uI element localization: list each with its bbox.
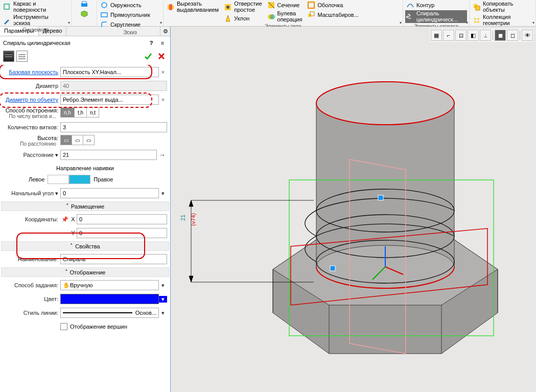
ribbon-geometry-collection[interactable]: Коллекция геометрии — [472, 14, 514, 27]
confirm-button[interactable] — [143, 51, 154, 62]
print-icon[interactable] — [80, 1, 88, 9]
ribbon-hole[interactable]: Отверстие простое — [223, 1, 263, 13]
circle-icon — [100, 1, 108, 9]
distance-direction[interactable]: → — [157, 151, 167, 159]
mode-wire[interactable] — [16, 51, 28, 62]
section-properties[interactable]: ˄Свойства — [1, 241, 169, 251]
help-icon: ? — [150, 40, 153, 46]
coord-x-input[interactable]: 0 — [77, 214, 167, 224]
method-nt[interactable]: n,t — [86, 108, 99, 117]
mode-solid[interactable] — [3, 51, 14, 62]
linestyle-select[interactable]: Основ... — [60, 308, 159, 318]
ribbon-draft[interactable]: Уклон — [223, 14, 263, 23]
ribbon-group-expand[interactable]: ▾ — [532, 20, 534, 25]
svg-rect-4 — [101, 13, 107, 17]
chevron-down-icon[interactable]: ▾ — [55, 152, 58, 158]
row-height: Высота: По расстоянию ▭ ▭ ▭ — [3, 135, 167, 147]
row-distance: Расстояние ▾ 21→ — [3, 149, 167, 161]
diameter-object-label[interactable]: Диаметр по объекту — [3, 97, 60, 103]
ribbon-group-sketch-left: Каркас и поверхности Инструменты эскиза … — [0, 0, 72, 26]
ribbon-boolean[interactable]: Булева операция — [266, 10, 304, 23]
ribbon-scale[interactable]: Масштабиров... — [306, 10, 359, 19]
distance-label: Расстояние ▾ — [3, 152, 60, 158]
height-mode-2[interactable]: ▭ — [72, 135, 83, 145]
color-dropdown[interactable]: ▾ — [159, 296, 167, 303]
method-th[interactable]: t,h — [74, 108, 86, 117]
ribbon-copy-objects[interactable]: Копировать объекты — [472, 1, 514, 13]
dir-left-button[interactable] — [48, 175, 69, 184]
ribbon-label: Окружность — [110, 2, 142, 8]
clear-base-plane[interactable]: × — [159, 69, 167, 75]
help-button[interactable]: ? — [147, 38, 156, 48]
ribbon-label: Контур — [416, 2, 434, 8]
ribbon-cut-extrude[interactable]: Вырезать выдавливанием — [166, 1, 220, 13]
marker-top[interactable] — [378, 195, 383, 200]
diameter-object-input[interactable]: Ребро.Элемент выда... — [60, 95, 159, 105]
cancel-button[interactable] — [156, 51, 167, 62]
row-show-vertices: Отображение вершин — [3, 320, 167, 333]
pin-icon[interactable]: 📌 — [60, 216, 69, 223]
ribbon-group-expand[interactable]: ▾ — [466, 20, 468, 25]
clear-diameter-object[interactable]: × — [159, 97, 167, 103]
coord-y-input[interactable]: 0 — [77, 228, 167, 238]
ribbon-label: Копировать объекты — [483, 1, 513, 13]
frame-icon — [3, 3, 11, 11]
section-display[interactable]: ˄Отображение — [1, 267, 169, 277]
start-angle-dropdown[interactable]: ▾ — [159, 190, 167, 197]
ribbon-rect[interactable]: Прямоугольник — [99, 10, 151, 19]
ribbon-group-label: Эскиз — [99, 29, 161, 36]
parameter-form: Базовая плоскость Плоскость XY.Начал...×… — [0, 65, 170, 337]
name-input[interactable]: Спираль — [60, 254, 167, 264]
ribbon-group-array: Копировать объекты Коллекция геометрии М… — [470, 0, 536, 26]
linestyle-dropdown[interactable]: ▾ — [159, 310, 167, 316]
display-mode-select[interactable]: ✋ Вручную — [60, 280, 159, 290]
row-method: Способ построения: По числу витков и... … — [3, 107, 167, 120]
ribbon-sketch-tools[interactable]: Инструменты эскиза — [2, 14, 50, 27]
svg-point-6 — [226, 6, 229, 9]
display-mode-dropdown[interactable]: ▾ — [159, 282, 167, 289]
hole-icon — [224, 3, 232, 11]
section-placement[interactable]: ˄Размещение — [1, 201, 169, 211]
row-winding: Левое Правое — [3, 173, 167, 186]
show-vertices-checkbox[interactable]: Отображение вершин — [60, 323, 167, 330]
ribbon-quick: Системная — [72, 0, 97, 26]
ribbon-group-expand[interactable]: ▾ — [68, 20, 70, 25]
method-segment: n,h t,h n,t — [60, 107, 99, 118]
method-nh[interactable]: n,h — [61, 108, 74, 117]
ribbon-frame-surfaces[interactable]: Каркас и поверхности — [2, 1, 50, 13]
cube-icon[interactable] — [80, 10, 88, 18]
ribbon-label: Спираль цилиндрическ... — [416, 11, 458, 22]
ribbon-spiral-cylindrical[interactable]: Спираль цилиндрическ... — [405, 10, 467, 23]
slider-button[interactable]: ≡ — [158, 38, 167, 48]
marker-bottom[interactable] — [330, 266, 335, 271]
chevron-down-icon[interactable]: ▾ — [55, 190, 58, 196]
shell-icon — [307, 1, 315, 9]
fillet-icon — [100, 20, 108, 29]
ribbon-circle[interactable]: Окружность — [99, 1, 151, 10]
base-plane-input[interactable]: Плоскость XY.Начал... — [60, 67, 159, 77]
viewport-3d[interactable]: ▦ ⌐ ⊡ ◧ ⟂ ◼ ◻ 👁 — [171, 27, 536, 392]
ribbon: Каркас и поверхности Инструменты эскиза … — [0, 0, 536, 27]
ribbon-shell[interactable]: Оболочка — [306, 1, 359, 10]
height-mode-1[interactable]: ▭ — [61, 135, 72, 145]
distance-input[interactable]: 21 — [60, 150, 157, 160]
section-label: Отображение — [70, 269, 106, 275]
ribbon-contour[interactable]: Контур — [405, 1, 467, 10]
tools-icon — [3, 16, 11, 25]
chevron-up-icon: ˄ — [70, 243, 73, 249]
ribbon-fillet[interactable]: Скругление — [99, 20, 151, 29]
row-linestyle: Стиль линии: Основ...▾ — [3, 307, 167, 319]
ribbon-group-expand[interactable]: ▾ — [400, 20, 402, 25]
svg-rect-14 — [476, 6, 480, 10]
ribbon-group-expand[interactable]: ▾ — [160, 20, 162, 25]
start-angle-input[interactable]: 0 — [60, 188, 159, 198]
base-plane-label[interactable]: Базовая плоскость — [3, 69, 60, 75]
dir-right-button[interactable] — [69, 175, 90, 184]
scene-svg — [171, 27, 536, 392]
turns-input[interactable]: 3 — [60, 122, 167, 132]
color-picker[interactable] — [60, 294, 159, 304]
ribbon-section[interactable]: Сечение — [266, 1, 304, 10]
row-color: Цвет: ▾ — [3, 293, 167, 305]
collection-icon — [473, 16, 481, 25]
height-mode-3[interactable]: ▭ — [83, 135, 94, 145]
